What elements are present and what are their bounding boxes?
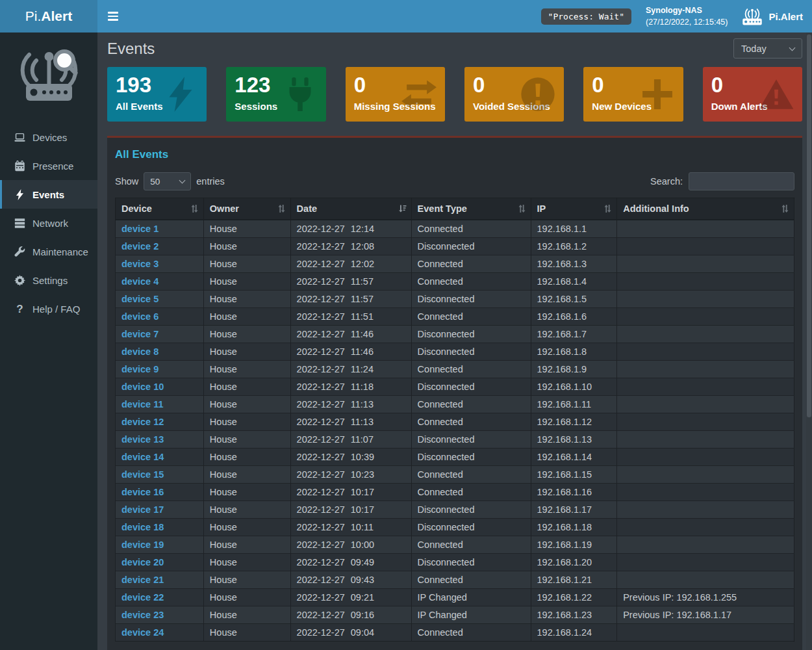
event-type-cell: Disconnected	[411, 431, 531, 448]
date-cell: 2022-12-2712:02	[290, 255, 411, 273]
device-link[interactable]: device 1	[121, 224, 159, 234]
network-icon	[14, 218, 25, 229]
device-cell: device 3	[116, 255, 204, 273]
period-dropdown[interactable]: Today	[733, 38, 802, 58]
sidebar-item-maintenance[interactable]: Maintenance	[0, 237, 97, 266]
device-cell: device 20	[116, 554, 204, 571]
card-sessions[interactable]: 123 Sessions	[226, 67, 325, 122]
card-new-devices[interactable]: 0 New Devices	[583, 67, 683, 122]
ip-cell: 192.168.1.9	[531, 361, 617, 378]
event-type-cell: Connected	[411, 361, 531, 378]
sidebar-item-devices[interactable]: Devices	[0, 123, 97, 151]
device-link[interactable]: device 20	[121, 557, 164, 567]
wrench-icon	[14, 246, 25, 257]
event-type-cell: Connected	[411, 413, 531, 431]
additional-info-cell	[617, 554, 794, 571]
event-type-cell: Connected	[411, 571, 531, 589]
device-link[interactable]: device 6	[121, 311, 159, 322]
additional-info-cell	[617, 519, 794, 536]
card-all-events[interactable]: 193 All Events	[107, 67, 207, 122]
owner-cell: House	[203, 343, 290, 361]
device-link[interactable]: device 23	[121, 610, 164, 620]
sidebar-item-presence[interactable]: Presence	[0, 151, 97, 180]
exchange-icon	[401, 77, 437, 112]
sidebar-item-events[interactable]: Events	[0, 180, 97, 209]
owner-cell: House	[203, 554, 290, 571]
search-input[interactable]	[689, 172, 794, 190]
card-voided-sessions[interactable]: 0 Voided Sessions	[464, 67, 564, 122]
app-identity[interactable]: Pi.Alert	[742, 8, 803, 25]
device-link[interactable]: device 12	[121, 417, 164, 427]
sidebar-toggle-button[interactable]	[97, 0, 129, 32]
column-header-additional-info[interactable]: Additional Info	[617, 198, 794, 220]
owner-cell: House	[203, 378, 290, 396]
card-missing-sessions[interactable]: 0 Missing Sessions	[346, 67, 445, 122]
device-link[interactable]: device 24	[121, 627, 164, 638]
device-link[interactable]: device 18	[121, 522, 164, 532]
sidebar-item-help-faq[interactable]: Help / FAQ	[0, 294, 97, 323]
column-header-date[interactable]: Date	[290, 198, 411, 220]
question-icon	[14, 304, 25, 315]
event-type-cell: Disconnected	[411, 554, 531, 571]
event-type-cell: Connected	[411, 220, 531, 238]
brand-logo[interactable]: Pi.Alert	[0, 0, 97, 32]
device-link[interactable]: device 5	[121, 294, 159, 304]
scrollbar-thumb[interactable]	[807, 34, 811, 417]
date-cell: 2022-12-2711:46	[290, 343, 411, 361]
device-link[interactable]: device 4	[121, 276, 159, 287]
event-row: device 22 House 2022-12-2709:21 IP Chang…	[116, 589, 794, 606]
column-header-event-type[interactable]: Event Type	[411, 198, 531, 220]
event-row: device 4 House 2022-12-2711:57 Connected…	[116, 273, 794, 291]
ip-cell: 192.168.1.1	[531, 220, 617, 238]
device-link[interactable]: device 17	[121, 504, 164, 515]
period-dropdown-value: Today	[741, 44, 767, 54]
device-link[interactable]: device 13	[121, 434, 164, 445]
device-link[interactable]: device 22	[121, 592, 164, 603]
device-link[interactable]: device 9	[121, 364, 159, 374]
event-row: device 5 House 2022-12-2711:57 Disconnec…	[116, 291, 794, 308]
sidebar-item-network[interactable]: Network	[0, 209, 97, 237]
card-down-alerts[interactable]: 0 Down Alerts	[703, 67, 802, 122]
event-type-cell: Disconnected	[411, 378, 531, 396]
sidebar: Devices Presence Events Network Maintena…	[0, 32, 97, 650]
event-row: device 9 House 2022-12-2711:24 Connected…	[116, 361, 794, 378]
ip-cell: 192.168.1.20	[531, 554, 617, 571]
ip-cell: 192.168.1.14	[531, 448, 617, 466]
device-cell: device 24	[116, 624, 204, 642]
additional-info-cell	[617, 220, 794, 238]
show-label: Show	[115, 176, 138, 187]
column-header-ip[interactable]: IP	[531, 198, 617, 220]
bolt-icon	[14, 189, 25, 200]
device-cell: device 19	[116, 536, 204, 554]
page-length-select[interactable]: 50	[144, 172, 191, 190]
device-link[interactable]: device 14	[121, 452, 164, 462]
page-scrollbar[interactable]	[806, 32, 812, 650]
date-cell: 2022-12-2709:43	[290, 571, 411, 589]
sort-icon	[781, 204, 789, 213]
device-link[interactable]: device 11	[121, 399, 164, 410]
ip-cell: 192.168.1.11	[531, 396, 617, 413]
device-link[interactable]: device 8	[121, 346, 159, 357]
event-type-cell: Disconnected	[411, 519, 531, 536]
device-link[interactable]: device 19	[121, 540, 164, 550]
date-cell: 2022-12-2711:13	[290, 396, 411, 413]
hamburger-icon	[108, 12, 118, 13]
column-header-device[interactable]: Device	[116, 198, 204, 220]
device-link[interactable]: device 15	[121, 469, 164, 480]
date-cell: 2022-12-2709:04	[290, 624, 411, 642]
ip-cell: 192.168.1.4	[531, 273, 617, 291]
event-row: device 2 House 2022-12-2712:08 Disconnec…	[116, 238, 794, 255]
device-link[interactable]: device 7	[121, 329, 159, 339]
device-link[interactable]: device 2	[121, 241, 159, 252]
table-header-row: Device Owner Date Event Type IP Addition…	[116, 198, 794, 220]
device-link[interactable]: device 3	[121, 259, 159, 269]
ip-cell: 192.168.1.15	[531, 466, 617, 484]
column-header-owner[interactable]: Owner	[203, 198, 290, 220]
sidebar-item-settings[interactable]: Settings	[0, 266, 97, 294]
date-cell: 2022-12-2711:57	[290, 291, 411, 308]
device-link[interactable]: device 10	[121, 382, 164, 392]
device-link[interactable]: device 21	[121, 575, 164, 585]
owner-cell: House	[203, 448, 290, 466]
page-length-control: Show 50 entries	[115, 172, 225, 190]
device-link[interactable]: device 16	[121, 487, 164, 497]
